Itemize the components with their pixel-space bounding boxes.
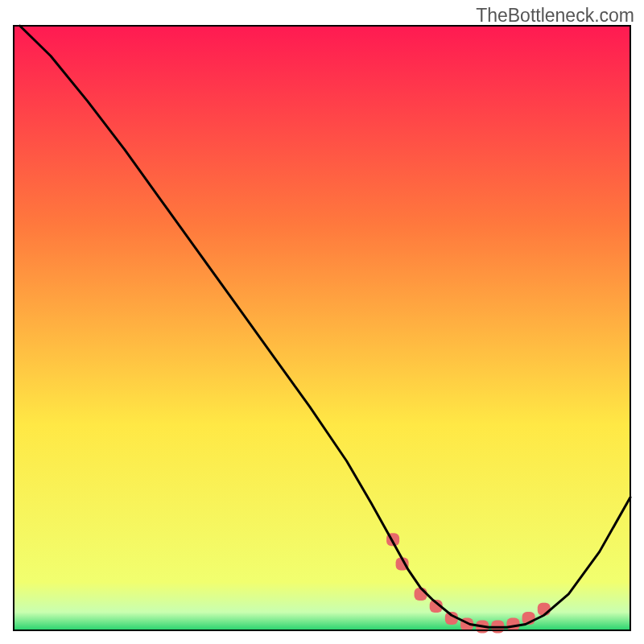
chart-container: TheBottleneck.com [0,0,644,644]
marker-point [506,617,519,630]
watermark-label: TheBottleneck.com [476,5,634,27]
plot-background [14,26,630,630]
bottleneck-chart [0,0,644,644]
